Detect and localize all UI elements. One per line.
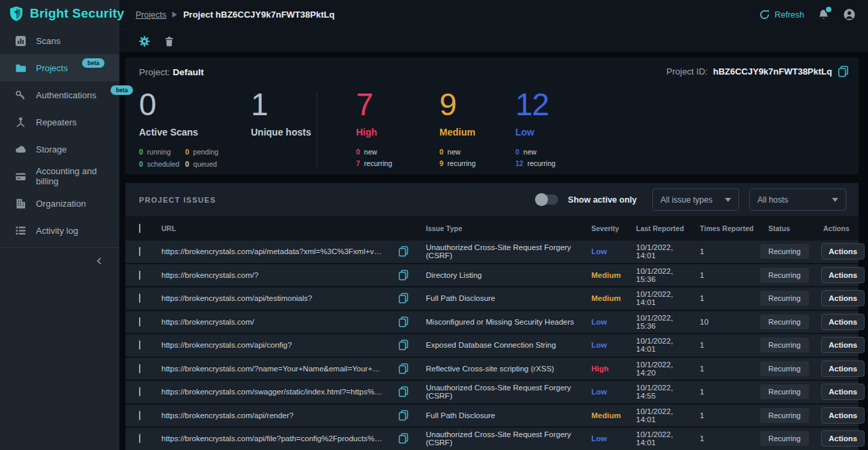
settings-gear-icon[interactable] <box>138 35 151 47</box>
issue-type: Full Path Disclosure <box>417 411 584 420</box>
brand-logo[interactable]: Bright Security <box>0 0 119 27</box>
actions-button[interactable]: Actions <box>821 290 865 306</box>
hosts-dropdown[interactable]: All hosts <box>749 188 846 211</box>
row-checkbox[interactable] <box>139 364 140 373</box>
list-icon <box>15 225 26 237</box>
status-badge: Recurring <box>760 244 809 259</box>
sidebar-item-activity-log[interactable]: Activity log <box>0 217 119 244</box>
issue-type: Misconfigured or Missing Security Header… <box>417 318 584 326</box>
issue-types-dropdown[interactable]: All issue types <box>652 188 739 211</box>
issue-times-reported: 10 <box>691 318 757 326</box>
sidebar-item-storage[interactable]: Storage <box>0 136 119 163</box>
breadcrumb-projects-link[interactable]: Projects <box>136 10 166 20</box>
actions-button[interactable]: Actions <box>821 361 865 377</box>
stat-high: 7 High 0new 7recurring <box>356 87 392 169</box>
copy-url-button[interactable] <box>398 410 417 421</box>
breadcrumb-current: Project hBZ6CCJY9k7nFWT38PktLq <box>183 9 334 20</box>
sidebar-collapse-button[interactable] <box>0 247 119 273</box>
sidebar-item-accounting[interactable]: Accounting and billing <box>0 163 119 190</box>
actions-button[interactable]: Actions <box>821 314 865 330</box>
actions-button[interactable]: Actions <box>821 243 865 260</box>
issue-severity: Low <box>584 434 627 443</box>
sidebar-item-projects[interactable]: Projects beta <box>0 54 119 81</box>
sidebar-item-organization[interactable]: Organization <box>0 190 119 217</box>
issue-last-reported: 10/1/2022, 14:01 <box>627 407 691 424</box>
issue-row[interactable]: https://brokencrystals.com/api/testimoni… <box>125 287 859 311</box>
issue-last-reported: 10/1/2022, 14:20 <box>627 361 691 377</box>
row-checkbox[interactable] <box>139 387 140 396</box>
row-checkbox[interactable] <box>139 270 140 280</box>
trash-icon[interactable] <box>164 36 174 47</box>
issue-severity: Low <box>584 247 627 255</box>
actions-button[interactable]: Actions <box>821 337 865 353</box>
actions-button[interactable]: Actions <box>821 430 865 447</box>
beta-badge: beta <box>82 58 104 68</box>
copy-url-button[interactable] <box>398 270 417 281</box>
copy-url-button[interactable] <box>398 316 417 327</box>
chevron-down-icon <box>832 198 838 202</box>
copy-url-button[interactable] <box>398 246 417 257</box>
actions-button[interactable]: Actions <box>821 407 865 424</box>
issue-severity: High <box>584 365 627 373</box>
copy-url-button[interactable] <box>398 386 417 397</box>
running-count: 0running <box>139 146 185 158</box>
sidebar-item-label: Repeaters <box>36 117 77 127</box>
row-checkbox[interactable] <box>139 247 140 256</box>
copy-url-button[interactable] <box>398 340 417 350</box>
issue-row[interactable]: https://brokencrystals.com/api/metadata?… <box>125 241 859 264</box>
sidebar-item-repeaters[interactable]: Repeaters <box>0 108 119 136</box>
issue-row[interactable]: https://brokencrystals.com/? Directory L… <box>125 264 859 288</box>
issue-severity: Low <box>584 318 627 326</box>
shield-icon <box>8 5 24 22</box>
row-checkbox[interactable] <box>139 293 140 303</box>
sidebar-item-authentications[interactable]: Authentications beta <box>0 81 119 108</box>
refresh-button[interactable]: Refresh <box>760 9 804 20</box>
issue-type: Unauthorized Cross-Site Request Forgery … <box>417 430 584 447</box>
issue-row[interactable]: https://brokencrystals.com/swagger/stati… <box>125 381 859 405</box>
issue-type: Full Path Disclosure <box>417 294 584 302</box>
show-active-only-toggle[interactable] <box>536 195 558 205</box>
stat-active-scans: 0 Active Scans 0running 0pending 0schedu… <box>139 87 218 170</box>
sidebar-item-label: Projects <box>36 63 68 73</box>
issue-row[interactable]: https://brokencrystals.com/api/render? F… <box>125 405 859 428</box>
queued-count: 0queued <box>185 159 218 170</box>
issue-row[interactable]: https://brokencrystals.com/ Misconfigure… <box>125 311 859 335</box>
issues-filterbar: PROJECT ISSUES Show active only All issu… <box>125 183 859 216</box>
refresh-label: Refresh <box>774 10 804 20</box>
issue-row[interactable]: https://brokencrystals.com/api/config? E… <box>125 334 859 358</box>
row-checkbox[interactable] <box>139 434 140 443</box>
project-issues-panel: PROJECT ISSUES Show active only All issu… <box>125 183 859 450</box>
active-scans-value: 0 <box>139 87 218 121</box>
copy-url-button[interactable] <box>398 293 417 304</box>
sidebar-item-scans[interactable]: Scans <box>0 27 119 54</box>
status-badge: Recurring <box>760 431 809 446</box>
copy-url-button[interactable] <box>398 433 417 444</box>
notifications-button[interactable] <box>818 9 829 20</box>
issue-url: https://brokencrystals.com/api/testimoni… <box>151 294 390 302</box>
project-toolbar <box>119 30 868 52</box>
user-avatar-button[interactable] <box>843 8 856 21</box>
actions-button[interactable]: Actions <box>821 267 865 283</box>
stat-low: 12 Low 0new 12recurring <box>515 87 555 169</box>
issue-row[interactable]: https://brokencrystals.com/?name=Your+Na… <box>125 358 859 382</box>
brand-name: Bright Security <box>30 6 124 21</box>
chevron-down-icon <box>725 198 731 202</box>
low-count: 12 <box>515 87 555 121</box>
actions-button[interactable]: Actions <box>821 384 865 400</box>
issue-row[interactable]: https://brokencrystals.com/api/file?path… <box>125 428 859 450</box>
column-header-severity: Severity <box>584 224 627 232</box>
status-badge: Recurring <box>760 268 809 283</box>
status-badge: Recurring <box>760 338 809 352</box>
issue-type: Unauthorized Cross-Site Request Forgery … <box>417 384 584 400</box>
issue-last-reported: 10/1/2022, 14:55 <box>627 384 691 400</box>
copy-url-button[interactable] <box>398 363 417 374</box>
row-checkbox[interactable] <box>139 411 140 420</box>
row-checkbox[interactable] <box>139 340 140 350</box>
status-badge: Recurring <box>760 291 809 306</box>
select-all-checkbox[interactable] <box>139 224 140 233</box>
issue-times-reported: 1 <box>691 411 757 420</box>
row-checkbox[interactable] <box>139 317 140 327</box>
issue-times-reported: 1 <box>691 294 757 302</box>
project-summary-panel: Project:Default Project ID: hBZ6CCJY9k7n… <box>125 58 859 174</box>
copy-project-id-button[interactable] <box>837 66 849 77</box>
